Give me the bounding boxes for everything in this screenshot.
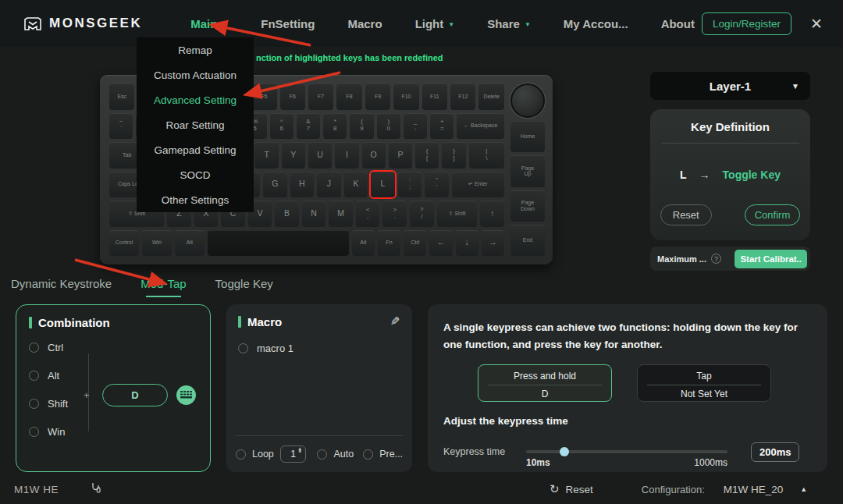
confirm-button[interactable]: Confirm — [745, 204, 801, 225]
macro-radio[interactable] — [238, 343, 248, 353]
ctrl-radio[interactable] — [29, 343, 39, 353]
nav-item-fnsetting[interactable]: FnSetting — [261, 17, 315, 30]
key-f7[interactable]: F7 — [308, 83, 333, 110]
key-backspace[interactable]: ← Backspace — [457, 113, 504, 140]
close-icon[interactable]: ✕ — [810, 15, 823, 33]
nav-item-share[interactable]: Share▼ — [487, 17, 531, 30]
key-f5[interactable]: F5 — [251, 83, 276, 110]
stepper-arrows[interactable]: ▲ ▼ — [297, 447, 302, 453]
alt-radio[interactable] — [29, 371, 39, 381]
modifier-row-win[interactable]: Win — [29, 426, 197, 438]
key-f11[interactable]: F11 — [422, 83, 447, 110]
key-delete[interactable]: Delete — [478, 83, 503, 110]
help-icon[interactable]: ? — [711, 254, 721, 264]
key-enter[interactable]: ↵ Enter — [452, 172, 504, 198]
dropdown-item-socd[interactable]: SOCD — [137, 162, 254, 187]
key-sym[interactable]: + = — [430, 113, 454, 140]
key-sym[interactable]: ← — [429, 230, 452, 257]
volume-knob[interactable] — [510, 83, 545, 118]
keyboard-picker-icon[interactable] — [176, 385, 196, 405]
tab-mod-tap[interactable]: Mod-Tap — [140, 277, 186, 290]
key-o[interactable]: O — [362, 142, 386, 169]
key-i[interactable]: I — [335, 142, 358, 169]
tab-toggle-key[interactable]: Toggle Key — [215, 277, 273, 290]
keypress-time-slider[interactable]: 10ms 1000ms — [526, 450, 727, 453]
key-u[interactable]: U — [308, 142, 332, 169]
macro-list-item[interactable]: macro 1 — [238, 343, 400, 354]
slider-handle[interactable] — [560, 447, 569, 456]
tab-dynamic-keystroke[interactable]: Dynamic Keystroke — [11, 277, 112, 290]
key-sym[interactable]: : ; — [398, 172, 422, 198]
key-esc[interactable]: Esc — [109, 83, 134, 110]
key-sym[interactable]: ~ ` — [109, 113, 133, 140]
key-f10[interactable]: F10 — [393, 83, 418, 110]
key-sym[interactable]: { [ — [415, 142, 439, 169]
key-j[interactable]: J — [317, 172, 341, 198]
key-ctrl[interactable]: Ctrl — [404, 230, 426, 257]
dropdown-item-advanced-setting[interactable]: Advanced Setting — [137, 87, 254, 112]
key-sym[interactable]: _ - — [404, 113, 427, 140]
key-sym[interactable]: < , — [356, 201, 380, 227]
reset-button[interactable]: Reset — [660, 204, 712, 225]
nav-item-my-accou[interactable]: My Accou... — [564, 17, 628, 30]
key-l[interactable]: L — [371, 172, 395, 198]
pre-radio[interactable] — [363, 449, 373, 460]
key-fn[interactable]: Fn — [378, 230, 400, 257]
key-f8[interactable]: F8 — [336, 83, 361, 110]
dropdown-item-gamepad-setting[interactable]: Gamepad Setting — [137, 137, 254, 162]
key-sym[interactable]: → — [482, 230, 504, 257]
configuration-value[interactable]: M1W HE_20 — [724, 484, 784, 495]
key-9[interactable]: ( 9 — [350, 113, 373, 140]
key-end[interactable]: End — [510, 225, 545, 256]
nav-item-main[interactable]: Main▼ — [190, 17, 228, 30]
key-sym[interactable]: ↑ — [480, 201, 504, 227]
key-k[interactable]: K — [344, 172, 368, 198]
key-h[interactable]: H — [290, 172, 315, 198]
key-page-down[interactable]: Page Down — [510, 190, 545, 222]
key-7[interactable]: & 7 — [297, 113, 320, 140]
nav-item-about[interactable]: About — [661, 17, 695, 30]
key-6[interactable]: ^ 6 — [270, 113, 293, 140]
key-f6[interactable]: F6 — [280, 83, 305, 110]
login-register-button[interactable]: Login/Register — [702, 12, 791, 35]
key-sym[interactable]: } ] — [442, 142, 465, 169]
key-8[interactable]: * 8 — [323, 113, 347, 140]
combination-key-button[interactable]: D — [102, 384, 168, 406]
key-alt[interactable]: Alt — [352, 230, 375, 257]
key-shift[interactable]: ⇧ Shift — [437, 201, 478, 227]
modifier-row-ctrl[interactable]: Ctrl — [29, 342, 197, 353]
key-m[interactable]: M — [329, 201, 353, 227]
loop-count-stepper[interactable]: 1 ▲ ▼ — [280, 445, 307, 463]
shift-radio[interactable] — [29, 399, 39, 409]
win-radio[interactable] — [29, 427, 39, 437]
key-n[interactable]: N — [302, 201, 326, 227]
dropdown-item-roar-setting[interactable]: Roar Setting — [137, 112, 254, 137]
press-and-hold-card[interactable]: Press and hold D — [478, 364, 612, 402]
chevron-up-icon[interactable]: ▲ — [800, 485, 807, 493]
tap-card[interactable]: Tap Not Set Yet — [637, 364, 771, 402]
key-alt[interactable]: Alt — [175, 230, 205, 257]
edit-pencil-icon[interactable]: ✎ — [390, 314, 400, 328]
key-win[interactable]: Win — [142, 230, 172, 257]
key-sym[interactable]: " ' — [425, 172, 449, 198]
key-0[interactable]: ) 0 — [377, 113, 400, 140]
footer-reset-button[interactable]: ↻ Reset — [550, 482, 593, 496]
dropdown-item-other-settings[interactable]: Other Settings — [137, 187, 254, 212]
auto-radio[interactable] — [317, 449, 327, 460]
key-control[interactable]: Control — [109, 230, 139, 257]
dropdown-item-custom-actuation[interactable]: Custom Actuation — [137, 62, 254, 87]
key-p[interactable]: P — [389, 142, 412, 169]
modifier-row-alt[interactable]: Alt — [29, 370, 197, 382]
key-t[interactable]: T — [254, 142, 278, 169]
key-space[interactable] — [208, 230, 349, 257]
key-g[interactable]: G — [263, 172, 287, 198]
nav-item-macro[interactable]: Macro — [347, 17, 382, 30]
dropdown-item-remap[interactable]: Remap — [137, 37, 254, 62]
start-calibration-button[interactable]: Start Calibrat.. — [735, 250, 807, 268]
stepper-down-icon[interactable]: ▼ — [297, 450, 302, 453]
key-y[interactable]: Y — [282, 142, 305, 169]
key-sym[interactable]: ↓ — [456, 230, 478, 257]
key-sym[interactable]: | \ — [469, 142, 504, 169]
key-f12[interactable]: F12 — [450, 83, 475, 110]
key-sym[interactable]: > . — [382, 201, 407, 227]
